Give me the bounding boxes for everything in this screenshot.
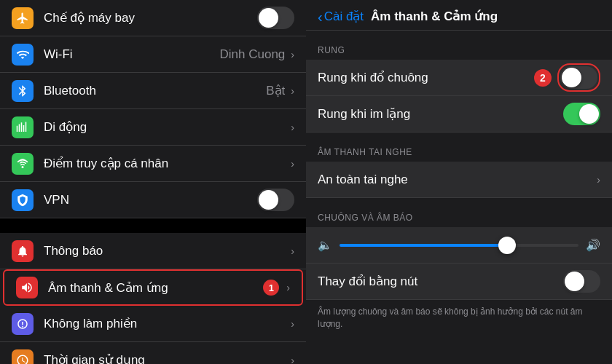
- right-item-change-by-button[interactable]: Thay đổi bằng nút: [306, 264, 612, 300]
- settings-item-vpn[interactable]: VPN: [0, 182, 306, 218]
- ring-when-ringing-toggle-wrapper: [557, 63, 600, 92]
- settings-item-hotspot[interactable]: Điểm truy cập cá nhân ›: [0, 146, 306, 182]
- volume-slider-row[interactable]: 🔈 🔊: [306, 227, 612, 264]
- hotspot-label: Điểm truy cập cá nhân: [44, 156, 289, 171]
- right-panel-title: Âm thanh & Cảm ứng: [371, 9, 498, 24]
- airplane-toggle-knob: [259, 8, 278, 28]
- focus-icon: [12, 313, 34, 335]
- section-rung-header: RUNG: [306, 31, 612, 60]
- settings-left-panel: Chế độ máy bay Wi-Fi Dinh Cuong › Blueto…: [0, 0, 306, 364]
- bluetooth-icon: [12, 80, 34, 102]
- change-by-button-toggle[interactable]: [563, 270, 600, 293]
- settings-item-cellular[interactable]: Di động ›: [0, 109, 306, 146]
- screentime-icon: [12, 349, 34, 365]
- settings-item-bluetooth[interactable]: Bluetooth Bật ›: [0, 73, 306, 109]
- hotspot-chevron: ›: [291, 158, 294, 170]
- wifi-icon: [12, 44, 34, 66]
- right-header: ‹ Cài đặt Âm thanh & Cảm ứng: [306, 0, 612, 31]
- notifications-label: Thông báo: [44, 244, 289, 258]
- screentime-chevron: ›: [291, 355, 294, 365]
- wifi-label: Wi-Fi: [44, 47, 220, 62]
- section-ringtone-header: CHUÔNG VÀ ÂM BÁO: [306, 198, 612, 227]
- cellular-chevron: ›: [291, 122, 294, 133]
- ring-when-ringing-badge: 2: [534, 69, 552, 87]
- right-item-ring-when-silent[interactable]: Rung khi im lặng: [306, 96, 612, 132]
- sounds-label: Âm thanh & Cảm ứng: [48, 280, 263, 296]
- settings-item-screentime[interactable]: Thời gian sử dụng ›: [0, 342, 306, 364]
- settings-item-focus[interactable]: Không làm phiền ›: [0, 306, 306, 342]
- vpn-icon: [12, 189, 34, 211]
- vpn-toggle-knob: [259, 190, 278, 210]
- back-button[interactable]: ‹ Cài đặt: [318, 9, 364, 24]
- section-earphone-header: ÂM THANH TAI NGHE: [306, 132, 612, 162]
- volume-slider-fill: [340, 244, 507, 247]
- earphone-chevron: ›: [597, 174, 600, 186]
- volume-high-icon: 🔊: [586, 238, 600, 252]
- right-item-earphone-safety[interactable]: An toàn tai nghe ›: [306, 162, 612, 198]
- ring-when-silent-knob: [579, 104, 599, 124]
- hotspot-icon: [12, 153, 34, 175]
- volume-slider-track[interactable]: [340, 244, 578, 247]
- ring-when-ringing-toggle[interactable]: [560, 66, 597, 89]
- settings-item-airplane[interactable]: Chế độ máy bay: [0, 0, 306, 36]
- volume-note: Âm lượng chuông và âm báo sẽ không bị ản…: [306, 300, 612, 336]
- cellular-icon: [12, 116, 34, 138]
- svg-point-0: [22, 166, 24, 168]
- sounds-chevron: ›: [286, 282, 290, 293]
- focus-chevron: ›: [291, 318, 294, 330]
- sounds-badge: 1: [263, 280, 279, 296]
- settings-item-wifi[interactable]: Wi-Fi Dinh Cuong ›: [0, 36, 306, 73]
- ring-when-ringing-knob: [562, 68, 581, 87]
- change-by-button-knob: [565, 272, 584, 291]
- settings-item-notifications[interactable]: Thông báo ›: [0, 233, 306, 269]
- earphone-safety-label: An toàn tai nghe: [318, 173, 595, 187]
- ring-when-silent-label: Rung khi im lặng: [318, 106, 563, 122]
- notifications-chevron: ›: [291, 245, 294, 257]
- change-by-button-label: Thay đổi bằng nút: [318, 274, 563, 289]
- cellular-label: Di động: [44, 119, 289, 135]
- ring-when-silent-toggle[interactable]: [563, 103, 600, 125]
- right-content: RUNG Rung khi đổ chuông 2 Rung khi im lặ…: [306, 31, 612, 336]
- sounds-settings-panel: ‹ Cài đặt Âm thanh & Cảm ứng RUNG Rung k…: [306, 0, 612, 364]
- airplane-icon: [12, 7, 34, 29]
- right-item-ring-when-ringing[interactable]: Rung khi đổ chuông 2: [306, 60, 612, 96]
- settings-item-sounds[interactable]: Âm thanh & Cảm ứng 1 ›: [3, 269, 303, 306]
- bluetooth-chevron: ›: [291, 85, 294, 97]
- airplane-label: Chế độ máy bay: [44, 10, 257, 25]
- settings-list-bottom: Thông báo › Âm thanh & Cảm ứng 1 › Không…: [0, 233, 306, 364]
- bluetooth-label: Bluetooth: [44, 84, 266, 98]
- vpn-toggle[interactable]: [257, 189, 294, 211]
- vpn-label: VPN: [44, 193, 257, 207]
- wifi-value: Dinh Cuong: [220, 47, 286, 62]
- wifi-chevron: ›: [291, 49, 294, 60]
- volume-low-icon: 🔈: [318, 238, 332, 252]
- screentime-label: Thời gian sử dụng: [44, 352, 289, 364]
- notification-icon: [12, 240, 34, 262]
- focus-label: Không làm phiền: [44, 316, 289, 331]
- airplane-toggle[interactable]: [257, 7, 294, 29]
- back-label: Cài đặt: [324, 9, 364, 24]
- separator: [0, 218, 306, 233]
- bluetooth-value: Bật: [266, 83, 285, 98]
- settings-list-top: Chế độ máy bay Wi-Fi Dinh Cuong › Blueto…: [0, 0, 306, 218]
- ring-when-ringing-label: Rung khi đổ chuông: [318, 70, 534, 85]
- back-chevron-icon: ‹: [318, 9, 323, 24]
- sounds-icon: [16, 277, 38, 298]
- volume-slider-thumb[interactable]: [498, 237, 516, 254]
